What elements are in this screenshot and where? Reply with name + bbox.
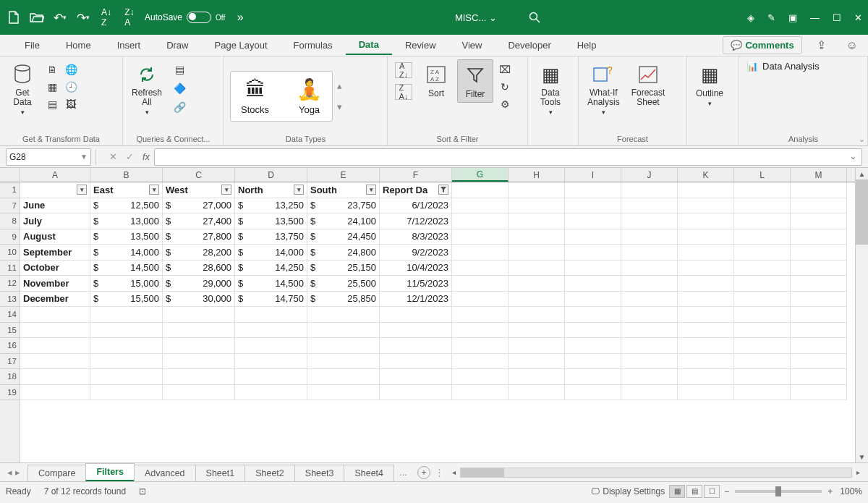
- forecast-sheet-button[interactable]: Forecast Sheet: [627, 59, 670, 110]
- cell[interactable]: [565, 338, 621, 354]
- cell[interactable]: [307, 369, 380, 385]
- cell[interactable]: [734, 307, 791, 323]
- cell[interactable]: [678, 245, 734, 261]
- cell[interactable]: [565, 245, 621, 261]
- sheet-tab[interactable]: Filters: [85, 463, 135, 481]
- cell[interactable]: [621, 229, 678, 245]
- cell[interactable]: [380, 307, 452, 323]
- diamond-icon[interactable]: ◈: [747, 12, 754, 23]
- row-header[interactable]: 14: [0, 307, 20, 323]
- refresh-all-button[interactable]: Refresh All ▾: [127, 59, 166, 119]
- collapse-ribbon-icon[interactable]: ⌄: [859, 135, 865, 144]
- cell[interactable]: [163, 385, 235, 401]
- document-name[interactable]: MISC... ⌄: [455, 12, 497, 23]
- sheet-more[interactable]: ...: [393, 467, 413, 478]
- cell[interactable]: [791, 245, 847, 261]
- cell[interactable]: [509, 354, 565, 370]
- undo-icon[interactable]: ↶▾: [52, 9, 68, 25]
- sort-asc-icon[interactable]: A↓Z: [98, 9, 114, 25]
- zoom-in-icon[interactable]: +: [827, 486, 833, 496]
- tab-page-layout[interactable]: Page Layout: [202, 36, 281, 54]
- cell[interactable]: [621, 307, 678, 323]
- cell[interactable]: [90, 369, 163, 385]
- sheet-tab[interactable]: Compare: [27, 465, 86, 481]
- sheet-tab[interactable]: Sheet4: [344, 465, 394, 481]
- cell[interactable]: September: [20, 245, 90, 261]
- cell[interactable]: $14,250: [235, 261, 307, 276]
- filter-dropdown-icon[interactable]: [438, 185, 448, 195]
- row-header[interactable]: 19: [0, 385, 20, 401]
- cell[interactable]: [791, 292, 847, 308]
- cell[interactable]: [678, 338, 734, 354]
- filter-dropdown-icon[interactable]: ▾: [149, 185, 159, 195]
- cell[interactable]: [235, 338, 307, 354]
- cell[interactable]: [380, 385, 452, 401]
- filter-dropdown-icon[interactable]: ▾: [294, 185, 304, 195]
- cell[interactable]: $25,150: [307, 261, 380, 276]
- existing-conn-icon[interactable]: ▤: [45, 97, 59, 111]
- cell[interactable]: [678, 214, 734, 229]
- share-icon[interactable]: ⇪: [807, 38, 836, 52]
- whatif-button[interactable]: ? What-If Analysis ▾: [583, 59, 624, 119]
- column-header[interactable]: K: [678, 168, 734, 182]
- sort-button[interactable]: Z AA Z Sort: [418, 59, 454, 101]
- column-header[interactable]: G: [452, 168, 509, 182]
- cell[interactable]: [307, 354, 380, 370]
- sort-za-icon[interactable]: ZA↓: [395, 84, 412, 100]
- cell[interactable]: $30,000: [163, 292, 235, 308]
- vertical-scrollbar[interactable]: ▲ ▼: [855, 168, 868, 462]
- cell[interactable]: [509, 307, 565, 323]
- cell[interactable]: $15,000: [90, 276, 163, 292]
- cell[interactable]: 11/5/2023: [380, 276, 452, 292]
- cell[interactable]: $24,800: [307, 245, 380, 261]
- cell[interactable]: $14,000: [90, 245, 163, 261]
- comments-button[interactable]: 💬 Comments: [723, 36, 801, 54]
- cell[interactable]: [163, 338, 235, 354]
- cell[interactable]: [565, 307, 621, 323]
- cell[interactable]: $15,500: [90, 292, 163, 308]
- row-header[interactable]: 13: [0, 292, 20, 308]
- cell[interactable]: $23,750: [307, 198, 380, 214]
- cell[interactable]: East▾: [90, 182, 163, 198]
- cell[interactable]: [380, 323, 452, 339]
- scroll-right-icon[interactable]: ▸: [852, 468, 864, 476]
- column-header[interactable]: F: [380, 168, 452, 182]
- cell[interactable]: [307, 307, 380, 323]
- recent-sources-icon[interactable]: 🕘: [64, 80, 78, 94]
- cell[interactable]: [452, 385, 509, 401]
- cell[interactable]: [734, 245, 791, 261]
- enter-formula-icon[interactable]: ✓: [126, 151, 134, 162]
- tab-view[interactable]: View: [449, 36, 495, 54]
- clear-filter-icon[interactable]: ⌧: [498, 62, 512, 77]
- advanced-filter-icon[interactable]: ⚙: [498, 97, 512, 111]
- cell[interactable]: [621, 214, 678, 229]
- cell[interactable]: [734, 354, 791, 370]
- cell[interactable]: [90, 307, 163, 323]
- stocks-type[interactable]: 🏛 Stocks: [241, 77, 269, 115]
- row-header[interactable]: 18: [0, 369, 20, 385]
- cell[interactable]: [452, 182, 509, 198]
- cell[interactable]: $25,850: [307, 292, 380, 308]
- cell[interactable]: [621, 245, 678, 261]
- zoom-out-icon[interactable]: −: [724, 486, 729, 496]
- cell[interactable]: [452, 338, 509, 354]
- tab-data[interactable]: Data: [346, 35, 392, 55]
- filter-dropdown-icon[interactable]: ▾: [366, 185, 376, 195]
- cell[interactable]: [621, 385, 678, 401]
- cell[interactable]: [509, 385, 565, 401]
- page-layout-view-icon[interactable]: ▤: [686, 485, 702, 498]
- cell[interactable]: [791, 276, 847, 292]
- cell[interactable]: [678, 261, 734, 276]
- cell[interactable]: [163, 323, 235, 339]
- cell[interactable]: [509, 369, 565, 385]
- column-header[interactable]: M: [791, 168, 847, 182]
- sheet-tab[interactable]: Sheet2: [244, 465, 295, 481]
- cell[interactable]: [90, 354, 163, 370]
- cell[interactable]: October: [20, 261, 90, 276]
- data-types-gallery[interactable]: 🏛 Stocks 🧘 Yoga: [230, 71, 333, 122]
- cell[interactable]: [565, 182, 621, 198]
- window-restore-icon[interactable]: ▣: [788, 12, 797, 23]
- row-header[interactable]: 1: [0, 182, 20, 198]
- sheet-nav-next-icon[interactable]: ▸: [15, 467, 20, 478]
- cell[interactable]: [734, 338, 791, 354]
